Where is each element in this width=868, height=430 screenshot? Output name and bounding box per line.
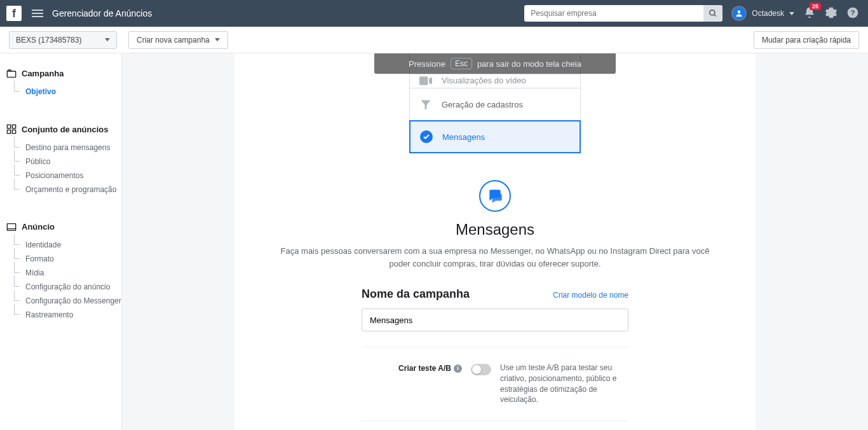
create-campaign-label: Criar nova campanha (137, 36, 210, 45)
esc-key-label: Esc (451, 58, 472, 69)
notifications-button[interactable]: 25 (803, 6, 816, 21)
facebook-logo[interactable]: f (6, 6, 22, 21)
campaign-name-label: Nome da campanha (362, 288, 470, 301)
folder-icon (6, 69, 17, 78)
sidebar-item-objective[interactable]: Objetivo (0, 85, 121, 99)
search-button[interactable] (703, 5, 722, 22)
svg-line-1 (714, 15, 716, 17)
svg-text:?: ? (850, 8, 855, 17)
help-button[interactable]: ? (846, 6, 859, 21)
hero-description: Faça mais pessoas conversarem com a sua … (273, 245, 717, 270)
info-icon[interactable]: i (454, 364, 462, 373)
ab-test-description: Use um teste A/B para testar seu criativ… (500, 363, 628, 405)
objective-lead-generation[interactable]: Geração de cadastros (410, 88, 580, 121)
ab-test-label: Criar teste A/B i (362, 363, 462, 373)
grid-icon (6, 124, 17, 134)
svg-point-2 (738, 10, 741, 13)
ad-icon (6, 223, 17, 232)
switch-creation-mode-button[interactable]: Mudar para criação rápida (754, 31, 859, 49)
caret-down-icon (215, 38, 220, 41)
campaign-name-input[interactable] (362, 309, 628, 331)
caret-down-icon (789, 12, 794, 15)
svg-rect-8 (7, 130, 10, 133)
svg-rect-7 (12, 125, 15, 128)
sidebar-item-tracking[interactable]: Rastreamento (0, 308, 121, 322)
app-title: Gerenciador de Anúncios (52, 8, 152, 18)
search-icon (709, 9, 717, 18)
sidebar-item-budget-schedule[interactable]: Orçamento e programação (0, 183, 121, 197)
svg-rect-5 (7, 71, 15, 77)
menu-icon[interactable] (32, 10, 43, 17)
create-campaign-dropdown[interactable]: Criar nova campanha (128, 31, 228, 49)
svg-rect-9 (12, 130, 15, 133)
create-name-template-link[interactable]: Criar modelo de nome (553, 291, 628, 300)
svg-rect-10 (7, 223, 15, 230)
svg-rect-6 (7, 125, 10, 128)
settings-button[interactable] (825, 6, 837, 21)
search-box (524, 5, 722, 22)
avatar-icon (731, 6, 747, 21)
svg-point-0 (710, 10, 715, 15)
profile-menu[interactable]: Octadesk (731, 6, 794, 21)
profile-name: Octadesk (752, 9, 784, 18)
objective-messages[interactable]: Mensagens (409, 120, 581, 153)
fullscreen-exit-banner: Pressione Esc para sair do modo tela che… (374, 53, 616, 74)
account-selector[interactable]: BEXS (173485783) (9, 31, 117, 49)
check-icon (420, 130, 433, 143)
video-icon (419, 76, 433, 85)
svg-rect-12 (419, 76, 428, 85)
divider (362, 420, 628, 421)
objective-video-views[interactable]: Visualizações do vídeo (410, 74, 580, 88)
caret-down-icon (105, 38, 110, 41)
gear-icon (825, 6, 837, 19)
divider (362, 347, 628, 347)
funnel-icon (419, 99, 433, 111)
search-input[interactable] (524, 5, 703, 22)
ab-test-toggle[interactable] (471, 364, 491, 375)
hero-title: Mensagens (273, 221, 717, 239)
account-label: BEXS (173485783) (16, 36, 81, 45)
notification-badge: 25 (810, 3, 821, 10)
help-icon: ? (846, 6, 859, 19)
messages-hero-icon (479, 180, 511, 212)
